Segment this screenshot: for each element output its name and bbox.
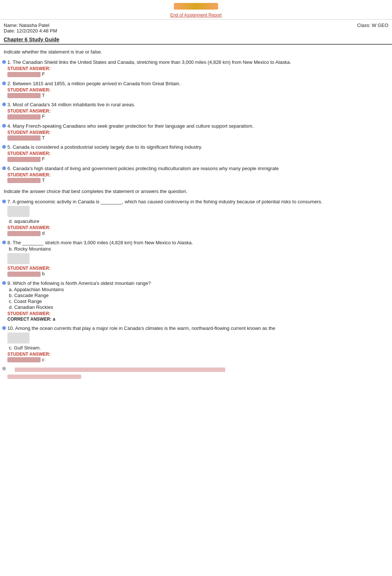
question-9: 9. Which of the following is North Ameri… <box>0 279 392 323</box>
dot-indicator-6 <box>2 166 6 170</box>
answer-box-4 <box>7 135 41 141</box>
option-9a: a. Appalachian Mountains <box>7 287 388 292</box>
option-9d: d. Canadian Rockies <box>7 304 388 310</box>
student-answer-label-7: STUDENT ANSWER: <box>7 225 388 230</box>
student-answer-label-9: STUDENT ANSWER: <box>7 311 388 316</box>
option-8b: b. Rocky Mountains <box>7 246 388 252</box>
answer-letter-8: b <box>42 271 45 276</box>
question-11 <box>0 365 392 380</box>
answer-letter-3: F <box>42 114 45 119</box>
bottom-spacer <box>0 382 392 426</box>
question-6: 6. Canada's high standard of living and … <box>0 165 392 184</box>
page-header: End of Assignment Report <box>0 0 392 20</box>
class-value: W GEO <box>372 23 388 28</box>
question-4: 4. Many French-speaking Canadians who se… <box>0 122 392 142</box>
name-value: Natasha Patel <box>19 23 49 28</box>
student-answer-label-5: STUDENT ANSWER: <box>7 151 388 156</box>
question-2: 2. Between 1815 and 1855, a million peop… <box>0 80 392 100</box>
answer-box-5 <box>7 157 41 162</box>
image-placeholder-7 <box>7 206 30 217</box>
option-9b: b. Cascade Range <box>7 293 388 298</box>
logo <box>174 3 218 10</box>
dot-indicator-11 <box>2 367 6 370</box>
meta-left: Name: Natasha Patel Date: 12/2/2020 4:48… <box>4 23 57 34</box>
student-answer-label-3: STUDENT ANSWER: <box>7 108 388 114</box>
answer-box-2 <box>7 93 41 98</box>
answer-letter-2: T <box>42 93 45 98</box>
question-10: 10. Among the ocean currents that play a… <box>0 324 392 364</box>
student-answer-label-4: STUDENT ANSWER: <box>7 130 388 135</box>
answer-row-7: d <box>7 230 388 236</box>
dot-indicator-7 <box>2 200 6 203</box>
option-9c: c. Coast Range <box>7 299 388 304</box>
dot-indicator-9 <box>2 281 6 285</box>
answer-letter-6: T <box>42 177 45 183</box>
answer-letter-10: c <box>42 357 45 362</box>
answer-letter-4: T <box>42 135 45 141</box>
tf-instruction: Indicate whether the statement is true o… <box>0 48 392 56</box>
answer-row-5: F <box>7 156 388 162</box>
date-value: 12/2/2020 4:48 PM <box>17 28 57 34</box>
mc-instruction: Indicate the answer choice that best com… <box>0 186 392 196</box>
answer-letter-7: d <box>42 230 45 236</box>
student-name: Name: Natasha Patel <box>4 23 57 28</box>
dot-indicator-5 <box>2 145 6 149</box>
dot-indicator-10 <box>2 326 6 330</box>
dot-indicator-1 <box>2 60 6 64</box>
image-placeholder-8 <box>7 253 30 264</box>
dot-indicator-8 <box>2 241 6 244</box>
answer-row-4: T <box>7 135 388 141</box>
student-date: Date: 12/2/2020 4:48 PM <box>4 28 57 34</box>
question-4-text: 4. Many French-speaking Canadians who se… <box>7 123 388 129</box>
question-9-text: 9. Which of the following is North Ameri… <box>7 280 388 286</box>
student-answer-label-6: STUDENT ANSWER: <box>7 172 388 177</box>
date-label: Date: <box>4 28 15 34</box>
question-6-text: 6. Canada's high standard of living and … <box>7 166 388 171</box>
answer-box-10 <box>7 357 41 362</box>
end-of-assignment-link[interactable]: End of Assignment Report <box>170 13 221 18</box>
meta-right: Class: W GEO <box>357 23 388 34</box>
answer-row-3: F <box>7 114 388 120</box>
student-answer-label-1: STUDENT ANSWER: <box>7 66 388 71</box>
image-placeholder-10 <box>7 332 30 344</box>
answer-box-7 <box>7 231 41 236</box>
answer-box-6 <box>7 178 41 183</box>
answer-box-1 <box>7 72 41 77</box>
question-2-text: 2. Between 1815 and 1855, a million peop… <box>7 81 388 86</box>
student-answer-label-2: STUDENT ANSWER: <box>7 87 388 93</box>
dot-indicator-2 <box>2 82 6 85</box>
correct-answer-label-9: CORRECT ANSWER: a <box>7 317 388 322</box>
dot-indicator-4 <box>2 124 6 128</box>
question-8-text: 8. The ________ stretch more than 3,000 … <box>7 240 388 245</box>
answer-row-8: b <box>7 271 388 277</box>
question-3: 3. Most of Canada's 34 million inhabitan… <box>0 101 392 121</box>
question-7-text: 7. A growing economic activity in Canada… <box>7 199 388 204</box>
question-5: 5. Canada is considered a postindustrial… <box>0 143 392 163</box>
question-7: 7. A growing economic activity in Canada… <box>0 198 392 237</box>
answer-row-2: T <box>7 93 388 99</box>
answer-box-3 <box>7 114 41 120</box>
name-label: Name: <box>4 23 18 28</box>
class-label: Class: <box>357 23 370 28</box>
meta-info: Name: Natasha Patel Date: 12/2/2020 4:48… <box>0 20 392 35</box>
student-answer-label-10: STUDENT ANSWER: <box>7 352 388 357</box>
answer-row-6: T <box>7 177 388 183</box>
dot-indicator-3 <box>2 103 6 106</box>
answer-row-1: F <box>7 71 388 77</box>
answer-row-10: c <box>7 357 388 363</box>
correct-answer-letter-9: a <box>53 317 55 322</box>
answer-letter-5: F <box>42 156 45 162</box>
option-7d: d. aquaculture <box>7 218 388 224</box>
student-answer-label-8: STUDENT ANSWER: <box>7 266 388 271</box>
blurred-answer-11 <box>7 375 81 379</box>
question-5-text: 5. Canada is considered a postindustrial… <box>7 144 388 150</box>
blurred-question-11 <box>15 368 225 372</box>
question-1-text: 1. The Canadian Shield links the United … <box>7 59 388 65</box>
chapter-title: Chapter 6 Study Guide <box>0 35 392 45</box>
answer-letter-1: F <box>42 71 45 77</box>
answer-box-8 <box>7 272 41 277</box>
question-3-text: 3. Most of Canada's 34 million inhabitan… <box>7 102 388 107</box>
question-10-text: 10. Among the ocean currents that play a… <box>7 325 388 331</box>
question-1: 1. The Canadian Shield links the United … <box>0 58 392 78</box>
question-8: 8. The ________ stretch more than 3,000 … <box>0 239 392 278</box>
